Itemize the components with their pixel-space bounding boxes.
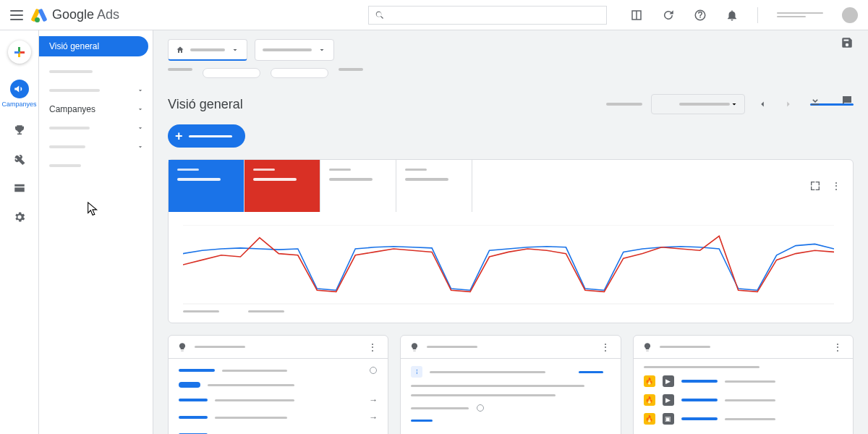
performance-chart-card: ⋮ (168, 159, 854, 323)
chip[interactable] (203, 68, 260, 78)
campaign-selector[interactable] (255, 39, 334, 61)
search-icon (375, 10, 385, 20)
help-icon[interactable] (369, 366, 378, 375)
fire-icon: 🔥 (644, 375, 655, 387)
sidebar-active-label: Visió general (49, 41, 99, 51)
fire-icon: 🔥 (644, 394, 655, 406)
metric-tabs: ⋮ (169, 160, 853, 212)
next-period-button[interactable] (780, 95, 797, 113)
megaphone-icon (10, 80, 29, 98)
search-input[interactable] (368, 6, 607, 25)
sidebar-item-overview[interactable]: Visió general (39, 36, 148, 56)
insight-cards: ⋮ → → → ⋮ ⫶ ⋮ (168, 335, 854, 434)
notifications-icon[interactable] (726, 9, 739, 22)
product-logo[interactable]: Google Ads (33, 7, 119, 22)
home-icon (176, 46, 184, 54)
ads-logo-icon (33, 8, 48, 22)
metric-tab-1[interactable] (169, 160, 244, 212)
caret-down-icon (318, 46, 326, 54)
rail-item-goals[interactable] (13, 124, 26, 137)
svg-point-4 (477, 405, 484, 412)
rail-item-admin[interactable] (13, 210, 26, 224)
rail-item-tools[interactable] (13, 153, 26, 166)
image-icon: ▣ (663, 413, 674, 425)
save-icon[interactable] (841, 36, 854, 49)
sidebar-item[interactable] (39, 119, 153, 137)
caret-down-icon (730, 100, 739, 109)
line-chart (183, 225, 834, 305)
cursor-icon (85, 201, 101, 217)
more-menu-icon[interactable]: ⋮ (833, 341, 844, 353)
metric-tab-4[interactable] (396, 160, 472, 212)
topbar-actions (630, 7, 858, 23)
help-icon[interactable] (476, 404, 485, 412)
caret-down-icon (231, 46, 239, 54)
top-bar: Google Ads (0, 0, 868, 30)
chevron-down-icon (137, 124, 144, 132)
trophy-icon (13, 124, 26, 137)
bulb-icon (642, 342, 652, 352)
svg-point-3 (370, 367, 377, 374)
sidebar-section-label: Campanyes (49, 104, 95, 114)
avatar[interactable] (842, 7, 858, 23)
scope-selectors (168, 39, 854, 61)
product-name: Google Ads (52, 7, 119, 22)
sidebar-item[interactable] (39, 156, 153, 175)
status-pill[interactable] (571, 366, 610, 378)
chip[interactable] (271, 68, 328, 78)
video-icon: ▶ (663, 394, 674, 406)
sidebar-item[interactable] (39, 62, 153, 81)
gear-icon (13, 210, 26, 224)
chart-icon: ⫶ (411, 366, 422, 378)
feedback-icon[interactable] (841, 94, 854, 107)
video-icon: ▶ (663, 375, 674, 387)
help-icon[interactable] (694, 9, 707, 22)
rail-item-billing[interactable] (13, 182, 26, 195)
separator (757, 7, 758, 23)
arrow-right-icon[interactable]: → (369, 395, 378, 405)
fire-icon: 🔥 (644, 413, 655, 425)
more-menu-icon[interactable]: ⋮ (831, 180, 843, 192)
chip[interactable] (339, 68, 363, 71)
reports-icon[interactable] (630, 9, 643, 22)
insight-card-2: ⋮ ⫶ (400, 335, 621, 434)
plus-icon: + (175, 129, 183, 144)
sidebar-item[interactable] (39, 137, 153, 156)
chevron-down-icon (137, 143, 144, 150)
refresh-icon[interactable] (662, 9, 675, 22)
new-campaign-button[interactable]: + (168, 124, 245, 148)
metric-tab-2[interactable] (244, 160, 320, 212)
tools-icon (13, 153, 26, 166)
sidebar-section-campaigns[interactable]: Campanyes (39, 100, 153, 119)
create-button[interactable] (8, 41, 31, 64)
insight-card-1: ⋮ → → → (168, 335, 388, 434)
page-header: Visió general (168, 94, 854, 114)
bulb-icon (409, 342, 420, 352)
chart-legend (183, 310, 838, 312)
chevron-down-icon (137, 87, 144, 94)
prev-period-button[interactable] (754, 95, 771, 113)
filter-chip-row (168, 68, 854, 78)
sidebar-item[interactable] (39, 81, 153, 100)
rail-item-campaigns[interactable]: Campanyes (1, 80, 36, 108)
date-range-selector[interactable] (651, 94, 745, 114)
arrow-right-icon[interactable]: → (369, 430, 378, 434)
chevron-down-icon (137, 106, 144, 113)
icon-rail: Campanyes (0, 30, 39, 434)
account-selector[interactable] (168, 39, 247, 61)
more-menu-icon[interactable]: ⋮ (367, 341, 379, 353)
page-tools (809, 94, 854, 107)
page-title: Visió general (168, 97, 243, 112)
date-label (606, 103, 642, 106)
rail-label: Campanyes (1, 101, 36, 108)
main-content: Visió general + ⋮ (153, 30, 868, 434)
chip[interactable] (168, 68, 192, 71)
account-summary[interactable] (777, 12, 823, 17)
download-icon[interactable] (809, 94, 822, 107)
arrow-right-icon[interactable]: → (369, 412, 378, 422)
metric-tab-3[interactable] (320, 160, 396, 212)
more-menu-icon[interactable]: ⋮ (600, 341, 612, 353)
menu-icon[interactable] (10, 10, 23, 20)
expand-chart-icon[interactable] (809, 180, 821, 192)
sidebar: Visió general Campanyes (39, 30, 153, 434)
